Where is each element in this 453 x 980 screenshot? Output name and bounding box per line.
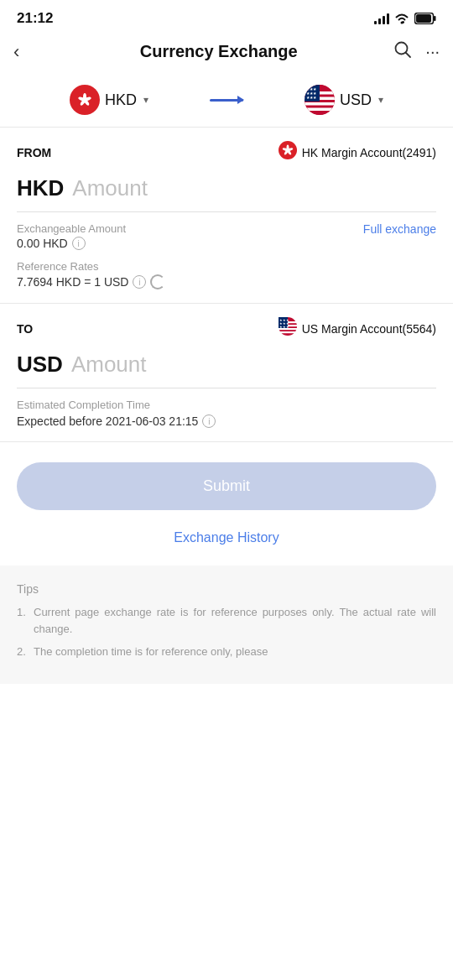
svg-rect-33 <box>279 331 297 333</box>
signal-icon <box>374 13 389 24</box>
completion-time-value: Expected before 2021-06-03 21:15 i <box>17 414 436 428</box>
status-time: 21:12 <box>17 10 53 27</box>
from-currency-code: HKD <box>105 91 137 109</box>
exchange-direction-arrow <box>201 99 252 102</box>
nav-actions: ··· <box>393 40 440 63</box>
from-account-name: HK Margin Account(2491) <box>302 146 436 159</box>
from-amount-placeholder: Amount <box>72 175 148 201</box>
from-amount-divider <box>17 211 436 212</box>
tips-title: Tips <box>17 582 436 596</box>
battery-icon <box>414 13 436 24</box>
svg-rect-2 <box>434 16 436 21</box>
nav-bar: ‹ Currency Exchange ··· <box>0 34 453 73</box>
us-flag: ★★★ ★★★ ★★★ <box>305 85 335 115</box>
to-currency-code: USD <box>340 91 372 109</box>
to-amount-placeholder: Amount <box>71 352 147 378</box>
search-icon[interactable] <box>393 40 412 63</box>
exchange-history-section: Exchange History <box>0 520 453 566</box>
page-title: Currency Exchange <box>140 42 298 61</box>
from-currency-caret: ▾ <box>143 94 148 106</box>
to-account-name: US Margin Account(5564) <box>302 322 436 336</box>
svg-line-5 <box>406 53 411 58</box>
to-section: TO ★★★ ★★★ ★★★ US Margin Account( <box>0 304 453 442</box>
to-amount-row[interactable]: USD Amount <box>17 352 436 378</box>
to-currency-selector[interactable]: ★★★ ★★★ ★★★ USD ▾ <box>252 85 436 115</box>
exchangeable-info-icon[interactable]: i <box>72 237 86 250</box>
svg-rect-3 <box>416 14 431 23</box>
tips-section: Tips Current page exchange rate is for r… <box>0 566 453 684</box>
status-bar: 21:12 <box>0 0 453 34</box>
tip-item-2: The completion time is for reference onl… <box>17 644 436 660</box>
from-label: FROM <box>17 146 51 159</box>
back-button[interactable]: ‹ <box>13 41 44 63</box>
completion-time-container: Estimated Completion Time Expected befor… <box>17 399 436 428</box>
to-account-info: ★★★ ★★★ ★★★ US Margin Account(5564) <box>279 317 436 340</box>
svg-text:★★★: ★★★ <box>306 95 317 100</box>
wifi-icon <box>394 13 409 24</box>
from-account-info: HK Margin Account(2491) <box>279 141 436 164</box>
from-section: FROM HK Margin Account(2491) HKD Amount <box>0 128 453 304</box>
from-amount-row[interactable]: HKD Amount <box>17 175 436 201</box>
to-label: TO <box>17 322 33 336</box>
svg-rect-15 <box>305 102 335 106</box>
to-amount-currency: USD <box>17 352 63 378</box>
completion-time-info-icon[interactable]: i <box>202 414 216 428</box>
submit-button[interactable]: Submit <box>17 462 436 510</box>
svg-point-0 <box>401 22 404 24</box>
status-icons <box>374 13 436 24</box>
exchangeable-info: Exchangeable Amount 0.00 HKD i <box>17 222 126 250</box>
from-header-row: FROM HK Margin Account(2491) <box>17 141 436 164</box>
rates-label: Reference Rates <box>17 260 436 273</box>
tip-item-1: Current page exchange rate is for refere… <box>17 604 436 637</box>
svg-rect-16 <box>305 108 335 112</box>
from-currency-selector[interactable]: HKD ▾ <box>17 85 201 115</box>
submit-section: Submit <box>0 442 453 520</box>
full-exchange-button[interactable]: Full exchange <box>363 222 436 236</box>
completion-time-label: Estimated Completion Time <box>17 399 436 411</box>
exchange-history-link[interactable]: Exchange History <box>174 530 279 545</box>
rates-row: Reference Rates 7.7694 HKD = 1 USD i <box>17 260 436 289</box>
rates-info-icon[interactable]: i <box>133 275 146 289</box>
hk-flag <box>70 85 100 115</box>
to-currency-caret: ▾ <box>378 94 383 106</box>
rates-value: 7.7694 HKD = 1 USD i <box>17 274 436 289</box>
exchangeable-row: Exchangeable Amount 0.00 HKD i Full exch… <box>17 222 436 250</box>
exchangeable-label: Exchangeable Amount <box>17 222 126 235</box>
currency-selector-row: HKD ▾ ★★★ ★★★ ★★★ US <box>0 73 453 128</box>
more-icon[interactable]: ··· <box>425 42 440 61</box>
to-header-row: TO ★★★ ★★★ ★★★ US Margin Account( <box>17 317 436 340</box>
refresh-icon[interactable] <box>150 274 165 289</box>
from-amount-currency: HKD <box>17 175 64 201</box>
to-amount-divider <box>17 388 436 388</box>
tips-list: Current page exchange rate is for refere… <box>17 604 436 660</box>
exchangeable-value: 0.00 HKD i <box>17 237 126 250</box>
to-account-flag: ★★★ ★★★ ★★★ <box>279 317 297 340</box>
from-account-flag <box>279 141 297 164</box>
svg-text:★★★: ★★★ <box>279 326 289 329</box>
